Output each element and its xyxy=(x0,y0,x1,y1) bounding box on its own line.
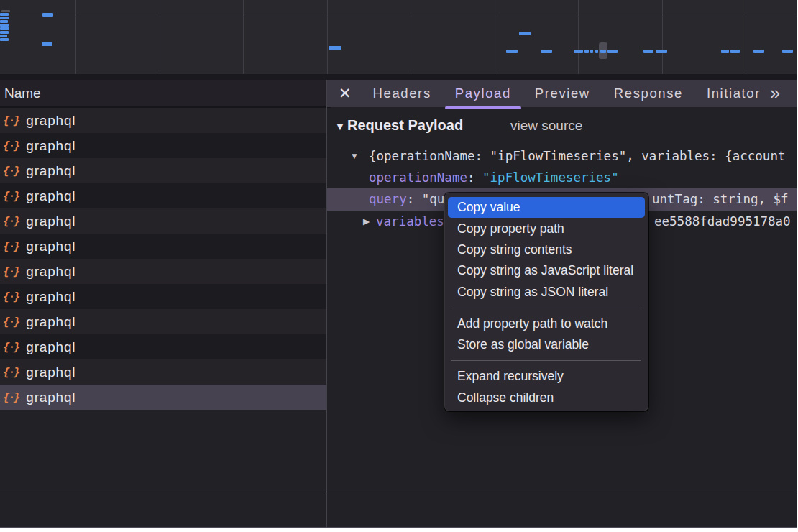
json-braces-icon: {} xyxy=(3,189,20,203)
overview-bar xyxy=(0,31,9,34)
overview-bar xyxy=(0,38,9,41)
payload-tree-row[interactable]: ▼{operationName: "ipFlowTimeseries", var… xyxy=(327,145,797,167)
menu-item-collapse-children[interactable]: Collapse children xyxy=(448,387,645,408)
request-name: graphql xyxy=(26,138,75,154)
menu-item-add-property-path-to-watch[interactable]: Add property path to watch xyxy=(448,313,645,334)
overview-bar xyxy=(0,24,9,27)
menu-item-copy-string-as-json-literal[interactable]: Copy string as JSON literal xyxy=(448,282,645,303)
json-braces-icon: {} xyxy=(3,239,20,253)
overview-bar xyxy=(0,27,9,30)
payload-text-fragment: ee5588fdad995178a0 xyxy=(654,211,791,232)
payload-text-fragment: untTag: string, $f xyxy=(652,188,789,210)
overview-bar xyxy=(42,42,52,46)
request-name: graphql xyxy=(26,113,75,129)
request-row[interactable]: {}graphql xyxy=(0,234,326,259)
request-name: graphql xyxy=(26,314,75,330)
json-braces-icon: {} xyxy=(3,390,20,404)
name-column-header[interactable]: Name xyxy=(0,80,331,108)
request-row[interactable]: {}graphql xyxy=(0,385,326,410)
payload-text: "qu xyxy=(422,192,445,206)
menu-item-copy-property-path[interactable]: Copy property path xyxy=(448,218,645,239)
overview-bar xyxy=(0,17,9,19)
request-list: {}graphql{}graphql{}graphql{}graphql{}gr… xyxy=(0,108,326,410)
request-name: graphql xyxy=(26,364,75,380)
menu-item-copy-string-contents[interactable]: Copy string contents xyxy=(448,239,645,260)
json-braces-icon: {} xyxy=(3,114,20,127)
payload-text: variables xyxy=(376,214,444,229)
json-braces-icon: {} xyxy=(3,340,20,354)
request-row[interactable]: {}graphql xyxy=(0,158,326,183)
json-braces-icon: {} xyxy=(3,265,20,278)
request-row[interactable]: {}graphql xyxy=(0,108,326,133)
menu-item-copy-string-as-javascript-literal[interactable]: Copy string as JavaScript literal xyxy=(448,260,645,281)
overview-bar xyxy=(0,13,9,16)
name-column-label: Name xyxy=(4,86,41,101)
overview-bar xyxy=(0,35,7,37)
payload-text: : xyxy=(407,192,422,206)
request-name: graphql xyxy=(26,289,75,305)
payload-text: : xyxy=(467,170,482,185)
menu-item-expand-recursively[interactable]: Expand recursively xyxy=(448,366,645,387)
devtools-network-panel: Name {}graphql{}graphql{}graphql{}graphq… xyxy=(0,0,797,528)
payload-text: "ipFlowTimeseries" xyxy=(482,170,619,185)
request-row[interactable]: {}graphql xyxy=(0,359,326,385)
overview-gridline xyxy=(243,0,244,74)
json-braces-icon: {} xyxy=(3,139,20,152)
request-name: graphql xyxy=(26,214,75,229)
overview-bar xyxy=(42,13,53,17)
request-name: graphql xyxy=(26,264,75,280)
json-braces-icon: {} xyxy=(3,214,20,228)
request-name: graphql xyxy=(26,390,75,405)
menu-item-copy-value[interactable]: Copy value xyxy=(448,197,645,218)
request-name: graphql xyxy=(26,188,75,204)
json-braces-icon: {} xyxy=(3,290,20,303)
context-menu: Copy valueCopy property pathCopy string … xyxy=(444,193,648,411)
payload-tree-row[interactable]: operationName: "ipFlowTimeseries" xyxy=(327,167,797,188)
menu-item-store-as-global-variable[interactable]: Store as global variable xyxy=(448,334,645,355)
request-row[interactable]: {}graphql xyxy=(0,309,326,334)
disclosure-triangle-icon[interactable]: ▼ xyxy=(350,145,359,167)
request-row[interactable]: {}graphql xyxy=(0,259,326,284)
request-name: graphql xyxy=(26,163,75,179)
request-row[interactable]: {}graphql xyxy=(0,208,326,234)
overview-bar xyxy=(0,20,8,23)
overview-gridline xyxy=(160,0,160,74)
json-braces-icon: {} xyxy=(3,315,20,329)
menu-separator xyxy=(451,308,641,308)
request-name: graphql xyxy=(26,239,75,254)
overview-bar xyxy=(1,10,10,12)
payload-text: operationName xyxy=(369,170,467,185)
request-row[interactable]: {}graphql xyxy=(0,133,326,158)
payload-text: query xyxy=(369,192,407,206)
request-row[interactable]: {}graphql xyxy=(0,284,326,309)
json-braces-icon: {} xyxy=(3,164,20,178)
request-name: graphql xyxy=(26,339,75,355)
request-row[interactable]: {}graphql xyxy=(0,334,326,359)
overview-gridline xyxy=(75,0,76,74)
summary-divider xyxy=(0,490,797,490)
menu-separator xyxy=(451,360,641,361)
disclosure-triangle-icon[interactable]: ▶ xyxy=(363,211,370,232)
json-braces-icon: {} xyxy=(3,365,20,379)
request-row[interactable]: {}graphql xyxy=(0,183,326,208)
payload-text: {operationName: "ipFlowTimeseries", vari… xyxy=(369,149,785,163)
